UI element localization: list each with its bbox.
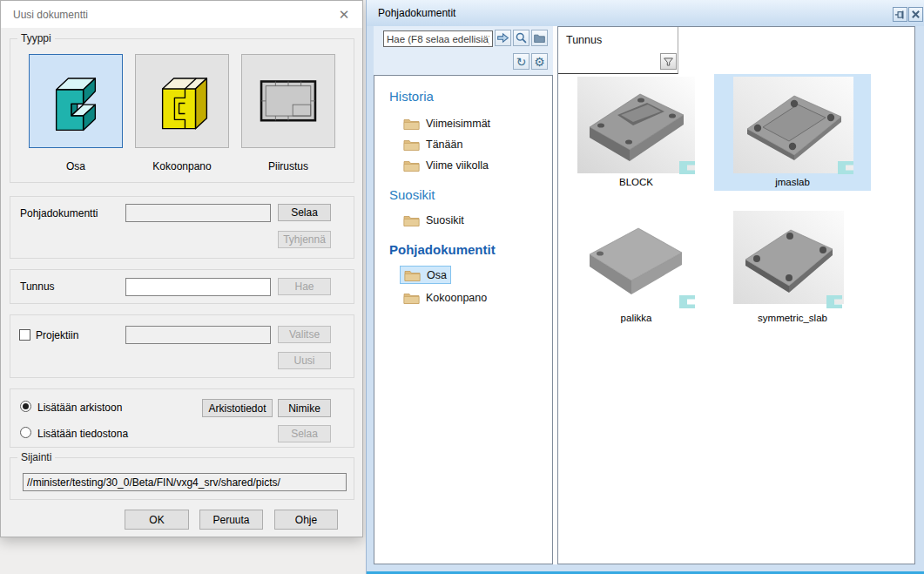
- type-tile-piirustus[interactable]: [241, 54, 335, 148]
- folder-icon: [403, 292, 420, 304]
- tree-item-viime-viikolla[interactable]: Viime viikolla: [400, 156, 492, 174]
- tree-item-viimeisimmat[interactable]: Viimeisimmät: [400, 114, 494, 132]
- thumbnail-label: BLOCK: [577, 177, 695, 187]
- ok-button[interactable]: OK: [125, 510, 189, 530]
- folder-icon: [403, 138, 420, 151]
- tree-section-suosikit: Suosikit: [389, 187, 435, 202]
- type-tile-osa[interactable]: [29, 54, 123, 148]
- drawing-sheet-icon: [251, 63, 326, 140]
- id-field-label: Tunnus: [20, 280, 55, 293]
- folder-icon: [403, 118, 420, 130]
- panel-close-icon[interactable]: [908, 7, 923, 22]
- folder-icon: [403, 159, 420, 172]
- close-icon[interactable]: ✕: [336, 7, 352, 23]
- part-type-badge-icon: [679, 161, 696, 175]
- archive-radio[interactable]: [20, 401, 31, 412]
- location-group-label: Sijainti: [17, 451, 55, 463]
- template-input[interactable]: [125, 204, 271, 222]
- search-input[interactable]: [383, 30, 493, 47]
- tree-section-historia: Historia: [389, 89, 434, 104]
- palikka-part-image: [577, 211, 695, 304]
- template-browse-button[interactable]: Selaa: [278, 204, 331, 221]
- go-arrow-icon[interactable]: [495, 30, 511, 46]
- thumbnail-label: palikka: [577, 313, 695, 323]
- tree-pane: Historia Viimeisimmät Tänään Viime viiko…: [374, 75, 553, 564]
- assembly-yellow-cube-icon: [145, 63, 219, 140]
- thumbnail-jmaslab[interactable]: [733, 77, 853, 176]
- part-type-badge-icon: [826, 295, 843, 309]
- dialog-titlebar: Uusi dokumentti ✕: [1, 1, 362, 28]
- tree-item-suosikit[interactable]: Suosikit: [400, 211, 468, 229]
- type-label-osa: Osa: [29, 160, 123, 172]
- template-documents-panel: Pohjadokumentit: [366, 0, 924, 574]
- archive-info-button[interactable]: Arkistotiedot: [202, 399, 273, 417]
- location-path-field: [23, 473, 347, 491]
- gear-icon[interactable]: ⚙: [531, 53, 548, 70]
- tree-section-pohjadokumentit: Pohjadokumentit: [389, 242, 496, 257]
- panel-titlebar: Pohjadokumentit: [367, 0, 924, 26]
- item-button[interactable]: Nimike: [278, 399, 331, 417]
- thumbnail-symmetric-slab[interactable]: [733, 211, 844, 307]
- cancel-button[interactable]: Peruuta: [199, 510, 263, 530]
- id-input[interactable]: [125, 278, 271, 296]
- part-type-badge-icon: [838, 161, 854, 175]
- column-header-tunnus[interactable]: Tunnus: [558, 27, 678, 74]
- new-document-dialog: Uusi dokumentti ✕ Tyyppi: [0, 0, 363, 537]
- open-folder-icon[interactable]: [531, 30, 548, 46]
- panel-title: Pohjadokumentit: [378, 7, 455, 19]
- project-select-button[interactable]: Valitse: [278, 326, 331, 343]
- help-button[interactable]: Ohje: [274, 510, 338, 530]
- id-search-button[interactable]: Hae: [278, 278, 331, 295]
- filter-icon[interactable]: [660, 53, 677, 70]
- folder-icon: [404, 269, 421, 281]
- search-zone: ↻ ⚙: [374, 26, 553, 75]
- refresh-icon[interactable]: ↻: [513, 53, 529, 70]
- type-group-label: Tyyppi: [17, 32, 55, 44]
- project-new-button[interactable]: Uusi: [278, 352, 331, 369]
- thumbnail-label: symmetric_slab: [714, 313, 871, 323]
- project-field-label: Projektiin: [36, 329, 78, 341]
- jmaslab-part-image: [733, 77, 853, 173]
- thumbnail-label: jmaslab: [714, 177, 871, 187]
- type-label-piirustus: Piirustus: [241, 160, 335, 172]
- block-part-image: [577, 77, 695, 173]
- project-checkbox[interactable]: [19, 329, 30, 341]
- symmetric-slab-part-image: [733, 211, 844, 304]
- folder-icon: [403, 214, 420, 226]
- archive-radio-label: Lisätään arkistoon: [37, 402, 122, 414]
- tree-item-kokoonpano[interactable]: Kokoonpano: [400, 288, 490, 307]
- part-type-badge-icon: [679, 295, 696, 309]
- dialog-title: Uusi dokumentti: [13, 9, 88, 21]
- tree-item-osa[interactable]: Osa: [400, 266, 451, 284]
- content-pane: Tunnus: [557, 26, 915, 564]
- thumbnail-palikka[interactable]: [577, 211, 695, 307]
- file-radio[interactable]: [20, 427, 31, 438]
- file-radio-label: Lisätään tiedostona: [37, 428, 128, 440]
- template-field-label: Pohjadokumentti: [20, 207, 98, 219]
- pin-icon[interactable]: [893, 7, 907, 22]
- type-label-kokoonpano: Kokoonpano: [135, 160, 229, 172]
- project-input[interactable]: [125, 326, 271, 344]
- part-teal-block-icon: [38, 63, 113, 140]
- file-browse-button[interactable]: Selaa: [278, 425, 331, 442]
- search-icon[interactable]: [513, 30, 529, 46]
- type-tile-kokoonpano[interactable]: [135, 54, 229, 148]
- tree-item-tanaan[interactable]: Tänään: [400, 135, 466, 153]
- thumbnail-block[interactable]: [577, 77, 695, 176]
- template-clear-button[interactable]: Tyhjennä: [278, 231, 331, 248]
